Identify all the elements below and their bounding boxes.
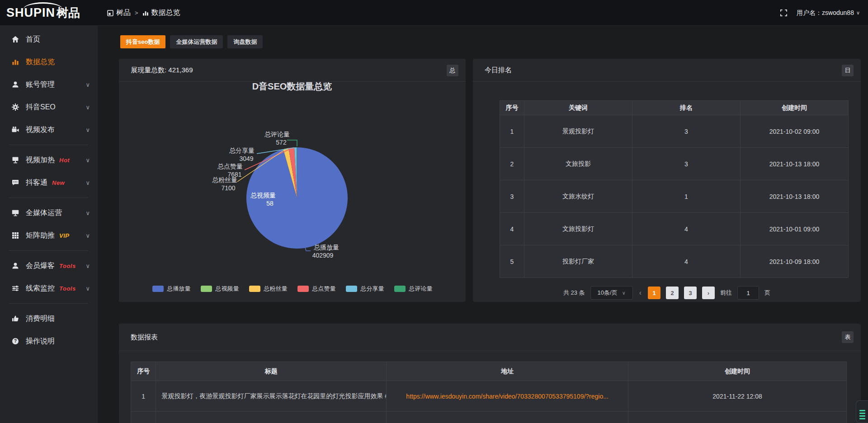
- question-circle-icon: ?: [11, 337, 19, 345]
- widget-bar: [859, 413, 865, 414]
- chevron-down-icon: ∨: [85, 127, 90, 133]
- sidebar-item-doketong[interactable]: 抖客通 New ∨: [0, 171, 97, 194]
- new-badge: New: [52, 179, 65, 186]
- seo-pie-chart: D音SEO数据量总览 总评论量 572 总分享量 3049 总点赞量 7681 …: [119, 77, 466, 287]
- chevron-down-icon: ∨: [85, 232, 90, 239]
- tab-label: 询盘数据: [233, 38, 257, 46]
- sidebar-item-label: 矩阵助推: [26, 231, 55, 240]
- video-link[interactable]: https://www.iesdouyin.com/share/video/70…: [406, 393, 609, 400]
- gear-icon: [11, 103, 19, 111]
- sidebar-item-account-management[interactable]: 账号管理 ∨: [0, 73, 97, 96]
- cell-created: 2021-10-01 09:00: [740, 213, 848, 245]
- sidebar-item-label: 账号管理: [26, 80, 55, 89]
- dashboard-page: { "colors": { "accent": "#f28312", "link…: [0, 0, 868, 423]
- table-row: 3 文旅水纹灯 1 2021-10-13 18:00: [500, 180, 849, 213]
- sidebar-item-video-heating[interactable]: 视频加热 Hot ∨: [0, 149, 97, 171]
- cell-created: 2021-10-13 18:00: [740, 148, 848, 180]
- page-button-1[interactable]: 1: [648, 287, 660, 299]
- breadcrumb-root[interactable]: 树品: [107, 8, 131, 18]
- sidebar-item-label: 操作说明: [26, 337, 55, 346]
- shares-label: 总分享量: [229, 147, 255, 154]
- table-row: 2 文旅投影 3 2021-10-13 18:00: [500, 148, 849, 180]
- legend-label: 总视频量: [216, 285, 239, 293]
- legend-item-plays[interactable]: 总播放量: [152, 285, 191, 293]
- sidebar-item-home[interactable]: 首页: [0, 28, 97, 51]
- fullscreen-icon[interactable]: [780, 9, 788, 17]
- shares-value: 3049: [239, 155, 253, 162]
- col-header-created: 创建时间: [740, 101, 848, 115]
- chevron-down-icon: ∨: [85, 81, 90, 88]
- chevron-down-icon: ∨: [856, 10, 860, 16]
- breadcrumb-current-label: 数据总览: [151, 8, 180, 18]
- legend-item-fans[interactable]: 总粉丝量: [249, 285, 288, 293]
- top-bar: SHUPIN 树品 树品 > 数据总览 用户名：zswodun88 ∨: [0, 0, 868, 26]
- tab-douyin-seo-data[interactable]: 抖音seo数据: [120, 35, 165, 48]
- bar-chart-icon: [142, 10, 149, 16]
- table-row: 1 景观投影灯，夜游景观投影灯厂家展示展示落花灯在花园里的灯光投影应用效果 # …: [131, 381, 847, 412]
- cell-title: 景观投影灯，夜游景观投影灯厂家展示展示落花灯在花园里的灯光投影应用效果 #: [156, 381, 387, 412]
- legend-item-likes[interactable]: 总点赞量: [297, 285, 336, 293]
- app-logo[interactable]: SHUPIN 树品: [6, 0, 98, 26]
- page-button-2[interactable]: 2: [666, 287, 679, 299]
- tools-badge: Tools: [59, 263, 76, 269]
- sidebar-item-video-publish[interactable]: 视频发布 ∨: [0, 118, 97, 141]
- prev-page-button[interactable]: ‹: [638, 289, 642, 297]
- sidebar-item-omnimedia-operation[interactable]: 全媒体运营 ∨: [0, 202, 97, 224]
- tab-inquiry-data[interactable]: 询盘数据: [227, 35, 263, 48]
- sliders-icon: [11, 284, 19, 292]
- legend-item-shares[interactable]: 总分享量: [346, 285, 384, 293]
- sidebar-item-member-baoke[interactable]: 会员爆客 Tools ∨: [0, 254, 97, 277]
- sidebar-item-consumption-details[interactable]: 消费明细: [0, 307, 97, 330]
- cell-rank: 1: [632, 180, 740, 213]
- chevron-down-icon: ∨: [85, 104, 90, 111]
- chevron-down-icon: ∨: [85, 285, 90, 292]
- daily-view-button[interactable]: 日: [842, 65, 854, 76]
- cell-url: https://www.iesdouyin.com/share/video/70…: [387, 381, 628, 412]
- legend-swatch: [249, 286, 260, 292]
- goto-page-input[interactable]: [737, 286, 759, 300]
- cell-created: [628, 412, 847, 423]
- cell-no: 2: [500, 148, 524, 180]
- chart-legend: 总播放量 总视频量 总粉丝量 总点赞量 总分享量 总评论量: [119, 285, 466, 293]
- sidebar-item-label: 抖客通: [26, 178, 47, 188]
- cell-keyword: 文旅水纹灯: [524, 180, 632, 213]
- col-header-url: 地址: [387, 362, 628, 381]
- sidebar-item-label: 视频发布: [26, 125, 55, 135]
- sidebar-item-label: 线索监控: [26, 284, 55, 293]
- sidebar-item-douyin-seo[interactable]: 抖音SEO ∨: [0, 96, 97, 118]
- floating-widget[interactable]: [856, 400, 868, 423]
- sidebar: 首页 数据总览 账号管理 ∨ 抖音SEO ∨ 视频发布 ∨ 视频加热 Hot ∨…: [0, 26, 98, 423]
- sidebar-divider: [9, 250, 88, 251]
- next-page-button[interactable]: ›: [702, 287, 715, 299]
- page-size-select[interactable]: 10条/页 ∨: [590, 286, 633, 300]
- total-view-button[interactable]: 总: [447, 65, 458, 76]
- tab-omnimedia-data[interactable]: 全媒体运营数据: [170, 35, 223, 48]
- chart-title: D音SEO数据量总览: [252, 81, 332, 91]
- legend-swatch: [152, 286, 164, 292]
- user-menu[interactable]: 用户名：zswodun88 ∨: [797, 9, 860, 17]
- goto-unit-label: 页: [764, 289, 770, 297]
- table-view-button[interactable]: 表: [842, 331, 854, 343]
- logo-arc-decoration: [24, 2, 62, 9]
- card-title: 数据报表: [119, 324, 861, 351]
- sidebar-item-instructions[interactable]: ? 操作说明: [0, 330, 97, 352]
- username-label: 用户名：zswodun88: [797, 9, 854, 17]
- sidebar-item-data-overview[interactable]: 数据总览: [0, 51, 97, 73]
- col-header-created: 创建时间: [628, 362, 847, 381]
- chevron-down-icon: ∨: [85, 157, 90, 164]
- legend-label: 总分享量: [361, 285, 384, 293]
- goto-label: 前往: [720, 289, 732, 297]
- fans-value: 7100: [221, 184, 235, 192]
- page-button-3[interactable]: 3: [684, 287, 697, 299]
- sidebar-item-matrix-boost[interactable]: 矩阵助推 VIP ∨: [0, 224, 97, 247]
- breadcrumb-root-label: 树品: [116, 8, 131, 18]
- legend-item-videos[interactable]: 总视频量: [201, 285, 239, 293]
- breadcrumb-current[interactable]: 数据总览: [142, 8, 180, 18]
- widget-bar: [859, 415, 865, 417]
- sidebar-item-lead-monitoring[interactable]: 线索监控 Tools ∨: [0, 277, 97, 300]
- svg-text:?: ?: [14, 338, 17, 343]
- bar-chart-icon: [11, 58, 19, 66]
- legend-item-comments[interactable]: 总评论量: [394, 285, 433, 293]
- table-row: 5 投影灯厂家 4 2021-10-09 18:00: [500, 245, 849, 278]
- videos-value: 58: [266, 200, 274, 207]
